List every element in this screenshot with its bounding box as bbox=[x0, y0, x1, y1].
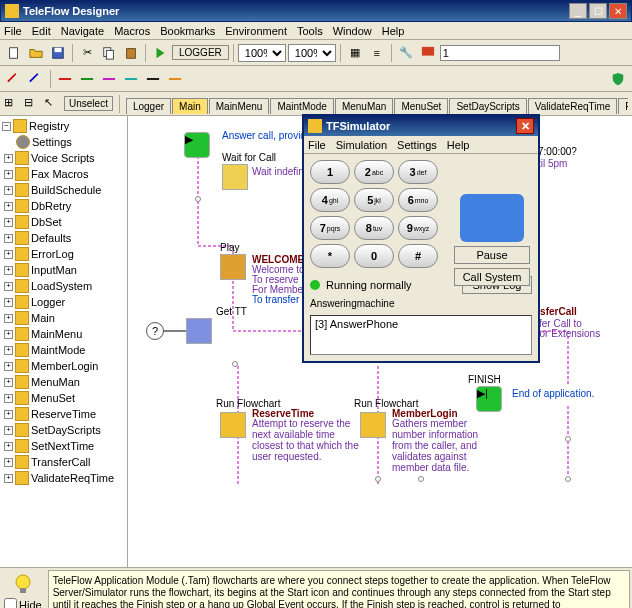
shape-1-icon[interactable] bbox=[4, 69, 24, 89]
tree-item[interactable]: +ValidateReqTime bbox=[2, 470, 125, 486]
keypad-*[interactable]: * bbox=[310, 244, 350, 268]
align-icon[interactable]: ≡ bbox=[367, 43, 387, 63]
cut-icon[interactable]: ✂ bbox=[77, 43, 97, 63]
hide-checkbox[interactable] bbox=[4, 598, 17, 608]
simulator-window[interactable]: TFSimulator ✕ File Simulation Settings H… bbox=[302, 114, 540, 363]
tab-menuset[interactable]: MenuSet bbox=[394, 98, 448, 114]
simulator-close-button[interactable]: ✕ bbox=[516, 118, 534, 134]
unselect-button[interactable]: Unselect bbox=[64, 96, 113, 111]
tree-item[interactable]: +DbRetry bbox=[2, 198, 125, 214]
menu-environment[interactable]: Environment bbox=[225, 25, 287, 37]
menu-bookmarks[interactable]: Bookmarks bbox=[160, 25, 215, 37]
finish-node[interactable]: ▶| bbox=[476, 386, 502, 412]
line-cyan-icon[interactable] bbox=[121, 69, 141, 89]
shape-2-icon[interactable] bbox=[26, 69, 46, 89]
keypad-9[interactable]: 9wxyz bbox=[398, 216, 438, 240]
sidebar-tree[interactable]: − Registry Settings +Voice Scripts+Fax M… bbox=[0, 116, 128, 567]
keypad-3[interactable]: 3def bbox=[398, 160, 438, 184]
tab-mainmenu[interactable]: MainMenu bbox=[209, 98, 270, 114]
tab-setdayscripts[interactable]: SetDayScripts bbox=[449, 98, 526, 114]
minimize-button[interactable]: _ bbox=[569, 3, 587, 19]
menu-macros[interactable]: Macros bbox=[114, 25, 150, 37]
sim-menu-help[interactable]: Help bbox=[447, 139, 470, 151]
play-node[interactable] bbox=[220, 254, 246, 280]
start-node[interactable]: ▶ bbox=[184, 132, 210, 158]
keypad-1[interactable]: 1 bbox=[310, 160, 350, 184]
menu-help[interactable]: Help bbox=[382, 25, 405, 37]
save-icon[interactable] bbox=[48, 43, 68, 63]
tab-menuman[interactable]: MenuMan bbox=[335, 98, 393, 114]
tree-item[interactable]: +Voice Scripts bbox=[2, 150, 125, 166]
tree-item[interactable]: +Fax Macros bbox=[2, 166, 125, 182]
tree-item[interactable]: +MemberLogin bbox=[2, 358, 125, 374]
tree-item[interactable]: +TransferCall bbox=[2, 454, 125, 470]
paste-icon[interactable] bbox=[121, 43, 141, 63]
keypad-2[interactable]: 2abc bbox=[354, 160, 394, 184]
line-magenta-icon[interactable] bbox=[99, 69, 119, 89]
keypad-5[interactable]: 5jkl bbox=[354, 188, 394, 212]
simulator-titlebar[interactable]: TFSimulator ✕ bbox=[304, 116, 538, 136]
gettt-node[interactable] bbox=[186, 318, 212, 344]
tab-main[interactable]: Main bbox=[172, 98, 208, 114]
tree-item[interactable]: +MenuSet bbox=[2, 390, 125, 406]
maximize-button[interactable]: ☐ bbox=[589, 3, 607, 19]
new-icon[interactable] bbox=[4, 43, 24, 63]
tree-item[interactable]: +InputMan bbox=[2, 262, 125, 278]
menu-file[interactable]: File bbox=[4, 25, 22, 37]
simulator-output[interactable]: [3] AnswerPhone bbox=[310, 315, 532, 355]
tree-item[interactable]: +LoadSystem bbox=[2, 278, 125, 294]
sim-menu-settings[interactable]: Settings bbox=[397, 139, 437, 151]
tab-validatereqtime[interactable]: ValidateReqTime bbox=[528, 98, 618, 114]
close-button[interactable]: ✕ bbox=[609, 3, 627, 19]
menu-edit[interactable]: Edit bbox=[32, 25, 51, 37]
tab-maintmode[interactable]: MaintMode bbox=[270, 98, 333, 114]
waitcall-node[interactable] bbox=[222, 164, 248, 190]
page-input[interactable] bbox=[440, 45, 560, 61]
sim-menu-file[interactable]: File bbox=[308, 139, 326, 151]
menu-window[interactable]: Window bbox=[333, 25, 372, 37]
line-green-icon[interactable] bbox=[77, 69, 97, 89]
tree-item[interactable]: +BuildSchedule bbox=[2, 182, 125, 198]
grid-icon[interactable]: ▦ bbox=[345, 43, 365, 63]
menu-navigate[interactable]: Navigate bbox=[61, 25, 104, 37]
pointer-icon[interactable]: ↖ bbox=[44, 96, 60, 112]
expand-all-icon[interactable]: ⊞ bbox=[4, 96, 20, 112]
tree-item[interactable]: +SetDayScripts bbox=[2, 422, 125, 438]
zoom-select-1[interactable]: 100% bbox=[238, 44, 286, 62]
tree-item[interactable]: +MainMenu bbox=[2, 326, 125, 342]
member-node[interactable] bbox=[360, 412, 386, 438]
tree-item[interactable]: +ReserveTime bbox=[2, 406, 125, 422]
tree-item[interactable]: +MenuMan bbox=[2, 374, 125, 390]
line-black-icon[interactable] bbox=[143, 69, 163, 89]
shield-icon[interactable] bbox=[608, 69, 628, 89]
tree-settings[interactable]: Settings bbox=[2, 134, 125, 150]
open-icon[interactable] bbox=[26, 43, 46, 63]
tree-registry[interactable]: − Registry bbox=[2, 118, 125, 134]
line-orange-icon[interactable] bbox=[165, 69, 185, 89]
tab-logger[interactable]: Logger bbox=[126, 98, 171, 114]
keypad-4[interactable]: 4ghi bbox=[310, 188, 350, 212]
reserve-node[interactable] bbox=[220, 412, 246, 438]
keypad-6[interactable]: 6mno bbox=[398, 188, 438, 212]
pause-button[interactable]: Pause bbox=[454, 246, 530, 264]
copy-icon[interactable] bbox=[99, 43, 119, 63]
line-red-icon[interactable] bbox=[55, 69, 75, 89]
logger-button[interactable]: LOGGER bbox=[172, 45, 229, 60]
flag-icon[interactable] bbox=[418, 43, 438, 63]
tree-item[interactable]: +MaintMode bbox=[2, 342, 125, 358]
tree-item[interactable]: +ErrorLog bbox=[2, 246, 125, 262]
keypad-#[interactable]: # bbox=[398, 244, 438, 268]
tree-item[interactable]: +Main bbox=[2, 310, 125, 326]
keypad-7[interactable]: 7pqrs bbox=[310, 216, 350, 240]
keypad-0[interactable]: 0 bbox=[354, 244, 394, 268]
wrench-icon[interactable]: 🔧 bbox=[396, 43, 416, 63]
tab-reservetime[interactable]: ReserveTime bbox=[618, 98, 628, 114]
menu-tools[interactable]: Tools bbox=[297, 25, 323, 37]
zoom-select-2[interactable]: 100% bbox=[288, 44, 336, 62]
collapse-all-icon[interactable]: ⊟ bbox=[24, 96, 40, 112]
sim-menu-simulation[interactable]: Simulation bbox=[336, 139, 387, 151]
tree-item[interactable]: +DbSet bbox=[2, 214, 125, 230]
tree-item[interactable]: +Defaults bbox=[2, 230, 125, 246]
question-node[interactable]: ? bbox=[146, 322, 164, 340]
call-system-button[interactable]: Call System bbox=[454, 268, 530, 286]
